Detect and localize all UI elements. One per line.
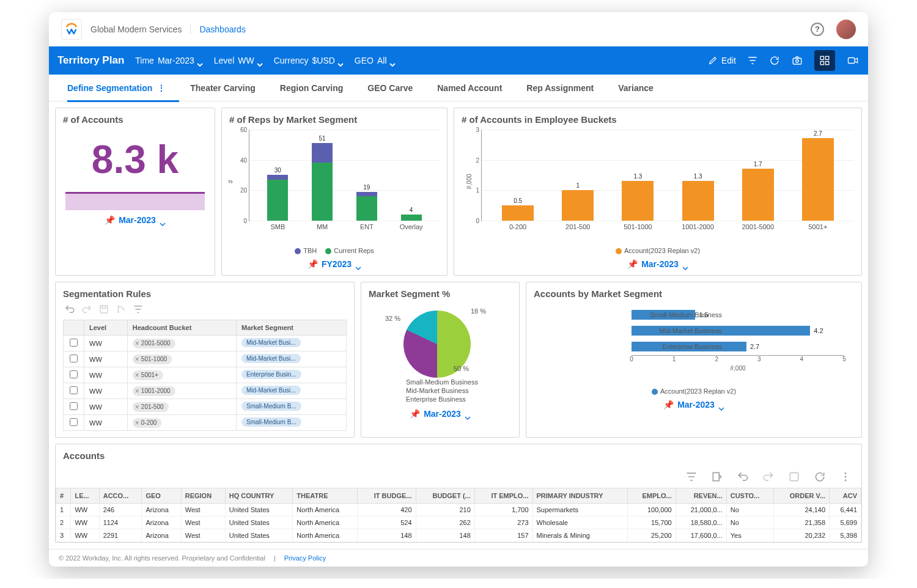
reps-bar-chart: # 020406030SMB51MM19ENT4Overlay xyxy=(229,130,440,233)
filter-icon[interactable] xyxy=(133,304,144,315)
refresh-button[interactable] xyxy=(769,55,780,66)
branch-icon[interactable] xyxy=(116,304,127,315)
pie-label-smb: 18 % xyxy=(471,307,486,315)
camera-icon xyxy=(791,55,803,66)
copyright: © 2022 Workday, Inc. All rights reserved… xyxy=(59,554,265,562)
export-icon[interactable] xyxy=(711,471,723,483)
tab-define-segmentation[interactable]: Define Segmentation⋮ xyxy=(67,75,166,101)
seg-rules-table: LevelHeadcount BucketMarket Segment WW×2… xyxy=(63,320,347,431)
bucket-pill[interactable]: ×201-500 xyxy=(133,402,169,412)
present-button[interactable] xyxy=(846,55,860,66)
privacy-link[interactable]: Privacy Policy xyxy=(284,554,326,562)
row-checkbox[interactable] xyxy=(70,355,78,362)
breadcrumb-dashboards[interactable]: Dashboards xyxy=(191,24,246,34)
account-row[interactable]: 3WW2291ArizonaWestUnited StatesNorth Ame… xyxy=(56,529,861,542)
card-footer-time[interactable]: 📌 FY2023 xyxy=(229,259,440,269)
save-icon[interactable] xyxy=(788,471,800,483)
tab-named-account[interactable]: Named Account xyxy=(437,75,502,101)
seg-rules-toolbar xyxy=(64,304,345,315)
tab-theater-carving[interactable]: Theater Carving xyxy=(190,75,256,101)
card-title: Segmentation Rules xyxy=(63,288,347,299)
card-footer-time[interactable]: 📌 Mar-2023 xyxy=(534,400,854,410)
accounts-table: #LE...ACCO...GEOREGIONHQ COUNTRYTHEATREI… xyxy=(56,488,861,542)
row-checkbox[interactable] xyxy=(70,386,78,394)
filter-button[interactable] xyxy=(747,55,758,66)
save-icon[interactable] xyxy=(98,304,109,315)
chevron-down-icon xyxy=(718,403,724,406)
edit-button[interactable]: Edit xyxy=(708,56,736,65)
account-row[interactable]: 1WW246ArizonaWestUnited StatesNorth Amer… xyxy=(56,504,861,516)
card-footer-time[interactable]: 📌 Mar-2023 xyxy=(462,259,854,269)
svg-rect-8 xyxy=(102,306,106,309)
undo-icon[interactable] xyxy=(737,471,749,483)
svg-point-15 xyxy=(845,476,847,478)
filter-time[interactable]: Time Mar-2023 xyxy=(135,56,203,65)
grid-view-button[interactable] xyxy=(814,50,835,71)
chart-legend: TBH Current Reps xyxy=(229,247,440,254)
svg-rect-4 xyxy=(820,62,823,65)
bucket-pill[interactable]: ×5001+ xyxy=(133,370,163,380)
filter-icon[interactable] xyxy=(685,471,698,483)
seg-rule-row: WW×201-500Small-Medium B... xyxy=(64,399,347,415)
pin-icon: 📌 xyxy=(663,400,674,410)
filter-icon xyxy=(747,55,758,66)
page-title: Territory Plan xyxy=(57,54,124,67)
segment-pill[interactable]: Mid-Market Busi... xyxy=(241,386,301,395)
segment-pill[interactable]: Enterprise Busin... xyxy=(241,370,301,379)
filter-currency[interactable]: Currency $USD xyxy=(274,56,344,65)
row-checkbox[interactable] xyxy=(70,418,78,426)
kpi-accounts-card: # of Accounts 8.3 k 📌 Mar-2023 xyxy=(55,108,215,276)
svg-rect-2 xyxy=(820,56,823,59)
row-checkbox[interactable] xyxy=(70,402,78,410)
card-footer-time[interactable]: 📌 Mar-2023 xyxy=(63,215,207,225)
segment-pill[interactable]: Mid-Market Busi... xyxy=(241,354,301,363)
pie-label-ent: 32 % xyxy=(385,315,400,322)
filter-geo[interactable]: GEO All xyxy=(355,56,396,65)
market-segment-pie-card: Market Segment % 18 % 32 % 50 % Small-Me… xyxy=(361,282,520,438)
filter-level[interactable]: Level WW xyxy=(214,56,263,65)
accounts-card: Accounts #LE...ACCO...GEOREGIONHQ COUNTR… xyxy=(55,444,862,543)
chevron-down-icon xyxy=(337,59,344,62)
help-icon[interactable]: ? xyxy=(811,23,824,36)
bucket-pill[interactable]: ×501-1000 xyxy=(133,355,172,364)
seg-rule-row: WW×5001+Enterprise Busin... xyxy=(64,367,347,383)
row-checkbox[interactable] xyxy=(70,370,78,378)
bucket-pill[interactable]: ×1001-2000 xyxy=(133,386,175,396)
seg-rule-row: WW×1001-2000Mid-Market Busi... xyxy=(64,383,347,399)
refresh-icon[interactable] xyxy=(814,471,826,483)
avatar[interactable] xyxy=(836,20,856,39)
chevron-down-icon xyxy=(389,59,396,62)
svg-rect-13 xyxy=(790,472,798,480)
redo-icon[interactable] xyxy=(762,471,775,483)
org-name: Global Modern Services xyxy=(90,24,191,34)
segment-pill[interactable]: Small-Medium B... xyxy=(241,402,301,411)
undo-icon[interactable] xyxy=(64,304,75,315)
tab-variance[interactable]: Variance xyxy=(618,75,654,101)
video-icon xyxy=(846,55,860,66)
account-row[interactable]: 2WW1124ArizonaWestUnited StatesNorth Ame… xyxy=(56,516,861,529)
redo-icon[interactable] xyxy=(81,304,92,315)
accounts-by-segment-card: Accounts by Market Segment Small-Medium … xyxy=(526,282,862,438)
tab-rep-assignment[interactable]: Rep Assignment xyxy=(526,75,594,101)
segment-pill[interactable]: Mid-Market Busi... xyxy=(241,338,301,347)
more-icon[interactable] xyxy=(839,471,852,483)
app-logo[interactable] xyxy=(61,19,82,40)
tab-geo-carve[interactable]: GEO Carve xyxy=(367,75,413,101)
seg-rule-row: WW×0-200Small-Medium B... xyxy=(64,415,347,431)
card-footer-time[interactable]: 📌 Mar-2023 xyxy=(369,409,512,419)
row-checkbox[interactable] xyxy=(70,339,78,347)
svg-rect-7 xyxy=(100,306,108,313)
svg-point-9 xyxy=(117,306,119,307)
bucket-pill[interactable]: ×0-200 xyxy=(133,418,162,428)
tab-region-carving[interactable]: Region Carving xyxy=(280,75,343,101)
segment-pill[interactable]: Small-Medium B... xyxy=(241,417,301,427)
buckets-bar-chart: #,000 01230.50-2001201-5001.3501-10001.3… xyxy=(462,130,854,233)
accounts-toolbar xyxy=(56,466,861,488)
page-footer: © 2022 Workday, Inc. All rights reserved… xyxy=(49,549,868,567)
card-title: Accounts xyxy=(56,450,861,461)
pin-icon: 📌 xyxy=(308,259,318,269)
bucket-pill[interactable]: ×2001-5000 xyxy=(133,339,175,348)
tab-menu-icon[interactable]: ⋮ xyxy=(157,83,166,93)
pin-icon: 📌 xyxy=(410,409,420,419)
camera-button[interactable] xyxy=(791,55,803,66)
